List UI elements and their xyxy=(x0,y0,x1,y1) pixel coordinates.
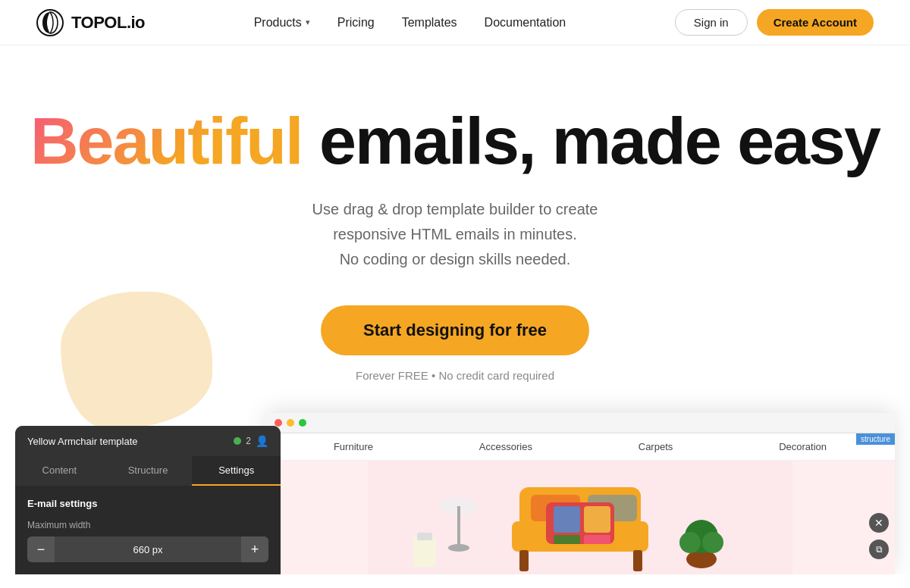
editor-body: E-mail settings Maximum width − 660 px + xyxy=(15,486,281,574)
nav-item-products[interactable]: Products ▾ xyxy=(254,16,310,30)
svg-rect-7 xyxy=(554,506,580,533)
create-account-button[interactable]: Create Account xyxy=(757,9,874,36)
svg-point-18 xyxy=(679,532,701,553)
editor-field-control: − 660 px + xyxy=(27,536,268,562)
logo-text: TOPOL.io xyxy=(71,13,145,33)
template-nav-carpets: Carpets xyxy=(639,441,673,452)
editor-tabs: Content Structure Settings xyxy=(15,456,281,486)
svg-rect-8 xyxy=(584,506,610,533)
hero-title-gradient: Beautiful xyxy=(30,103,302,178)
editor-section-title: E-mail settings xyxy=(27,498,268,509)
nav-links: Products ▾ Pricing Templates Documentati… xyxy=(254,16,566,30)
browser-preview: + Furniture Accessories Carpets Decorati… xyxy=(265,413,895,574)
template-preview: + Furniture Accessories Carpets Decorati… xyxy=(265,433,895,574)
browser-dot-yellow xyxy=(287,419,294,427)
minus-button[interactable]: − xyxy=(27,536,55,562)
hero-title: Beautiful emails, made easy xyxy=(30,106,880,176)
editor-field-label: Maximum width xyxy=(27,520,268,530)
hero-section: Beautiful emails, made easy Use drag & d… xyxy=(0,45,910,413)
nav-item-documentation[interactable]: Documentation xyxy=(485,16,566,29)
nav-item-templates[interactable]: Templates xyxy=(402,16,457,29)
template-content: ✕ ⧉ xyxy=(265,461,895,574)
cta-button[interactable]: Start designing for free xyxy=(321,305,589,355)
user-count: 2 xyxy=(246,436,251,446)
tab-structure[interactable]: Structure xyxy=(104,456,193,486)
template-nav-furniture: Furniture xyxy=(334,441,373,452)
browser-dot-green xyxy=(299,419,306,427)
signin-button[interactable]: Sign in xyxy=(675,9,748,36)
decorative-blob xyxy=(61,292,212,428)
logo-icon xyxy=(36,9,64,36)
editor-template-name: Yellow Armchair template xyxy=(27,436,137,447)
user-icon: 👤 xyxy=(256,435,268,447)
logo-link[interactable]: TOPOL.io xyxy=(36,9,145,36)
main-nav: TOPOL.io Products ▾ Pricing Templates Do… xyxy=(0,0,910,45)
template-nav-accessories: Accessories xyxy=(479,441,532,452)
chevron-down-icon: ▾ xyxy=(306,17,310,27)
svg-rect-9 xyxy=(554,535,580,544)
online-indicator xyxy=(234,437,241,445)
svg-rect-20 xyxy=(413,536,436,567)
nav-item-pricing[interactable]: Pricing xyxy=(337,16,375,29)
template-structure-label: structure xyxy=(856,433,895,445)
svg-rect-14 xyxy=(457,506,460,548)
copy-overlay-button[interactable]: ⧉ xyxy=(869,540,889,559)
browser-bar xyxy=(265,413,895,433)
svg-point-0 xyxy=(37,10,63,36)
field-value: 660 px xyxy=(55,544,241,555)
tab-content[interactable]: Content xyxy=(15,456,104,486)
preview-section: Yellow Armchair template 2 👤 Content Str… xyxy=(15,413,895,574)
template-nav-decoration: Decoration xyxy=(779,441,827,452)
hero-subtitle: Use drag & drop template builder to crea… xyxy=(265,197,645,272)
editor-panel: Yellow Armchair template 2 👤 Content Str… xyxy=(15,426,281,574)
svg-point-15 xyxy=(448,544,469,552)
svg-rect-10 xyxy=(584,535,610,544)
tab-settings[interactable]: Settings xyxy=(192,456,281,486)
delete-overlay-button[interactable]: ✕ xyxy=(869,513,889,533)
svg-point-19 xyxy=(702,532,723,553)
hero-note: Forever FREE • No credit card required xyxy=(356,369,554,382)
plus-button[interactable]: + xyxy=(241,536,268,562)
template-nav: + Furniture Accessories Carpets Decorati… xyxy=(265,433,895,461)
nav-actions: Sign in Create Account xyxy=(675,9,874,36)
svg-rect-12 xyxy=(633,550,642,571)
svg-rect-21 xyxy=(417,533,432,540)
template-furniture-image xyxy=(368,461,792,574)
editor-badges: 2 👤 xyxy=(234,435,268,447)
hero-title-rest: emails, made easy xyxy=(303,103,880,178)
svg-rect-11 xyxy=(519,550,529,571)
editor-header: Yellow Armchair template 2 👤 xyxy=(15,426,281,456)
